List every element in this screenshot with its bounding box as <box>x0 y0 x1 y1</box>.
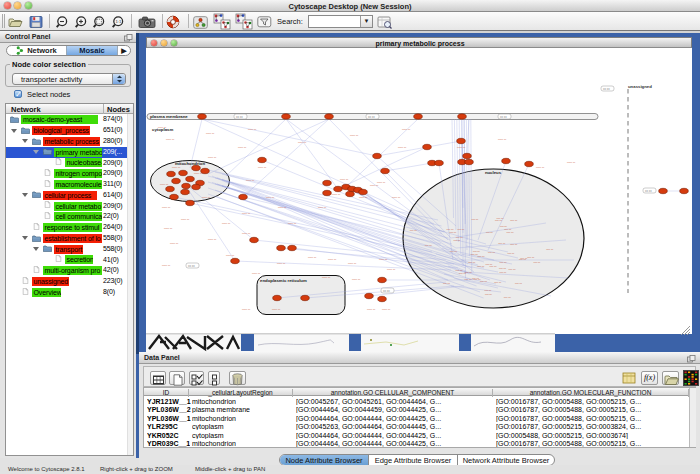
svg-text:xxxx xx: xxxx xx <box>398 146 407 149</box>
svg-text:xxxx xx: xxxx xx <box>340 178 349 181</box>
svg-text:xxxx xx: xxxx xx <box>166 138 175 141</box>
svg-text:xxx xx: xxx xx <box>485 293 493 296</box>
svg-text:xx xx: xx xx <box>603 86 610 90</box>
svg-text:xxxx xx: xxxx xx <box>322 276 331 279</box>
svg-text:xxx xx: xxx xx <box>488 250 496 253</box>
svg-text:xxx xx: xxx xx <box>456 235 464 238</box>
svg-text:xxxx xx: xxxx xx <box>164 227 173 230</box>
svg-text:xxx xx: xxx xx <box>450 250 458 253</box>
svg-text:xxx xx: xxx xx <box>456 269 464 272</box>
svg-text:xxx xx: xxx xx <box>478 255 486 258</box>
svg-text:xxx xx: xxx xx <box>515 282 523 285</box>
svg-text:xxxx xx: xxxx xx <box>370 184 379 187</box>
svg-text:xxx xx: xxx xx <box>410 228 418 231</box>
svg-text:xxxx xx: xxxx xx <box>170 242 179 245</box>
svg-text:xxxx xx: xxxx xx <box>242 212 251 215</box>
svg-text:xxxx xx: xxxx xx <box>258 166 267 169</box>
svg-text:xxxx xx: xxxx xx <box>181 218 190 221</box>
svg-text:xxx xx: xxx xx <box>473 250 481 253</box>
svg-text:xxxx xx: xxxx xx <box>242 308 251 311</box>
svg-text:xxxx xx: xxxx xx <box>298 141 307 144</box>
svg-text:xxx xx: xxx xx <box>453 238 461 241</box>
svg-text:xxxx xx: xxxx xx <box>308 256 317 259</box>
svg-text:xxxx xx: xxxx xx <box>252 272 261 275</box>
svg-text:xxx xx: xxx xx <box>477 264 485 267</box>
svg-text:xxxx xx: xxxx xx <box>379 258 388 261</box>
svg-text:xxxx xx: xxxx xx <box>352 278 361 281</box>
svg-text:xxx xx: xxx xx <box>484 289 492 292</box>
svg-text:xxxx xx: xxxx xx <box>162 264 171 267</box>
svg-text:xxxx xx: xxxx xx <box>222 222 231 225</box>
svg-text:xxx xx: xxx xx <box>494 280 502 283</box>
svg-text:xx xx: xx xx <box>368 114 375 118</box>
svg-text:xxxx xx: xxxx xx <box>160 183 169 186</box>
svg-text:xxx xx: xxx xx <box>510 219 518 222</box>
svg-text:xx xx: xx xx <box>645 188 652 192</box>
svg-text:xxxx xx: xxxx xx <box>382 308 391 311</box>
svg-text:xxx xx: xxx xx <box>498 241 506 244</box>
svg-text:xxx xx: xxx xx <box>507 251 515 254</box>
svg-text:xx xx: xx xx <box>383 288 390 292</box>
svg-text:xxxx xx: xxxx xx <box>288 222 297 225</box>
svg-text:xxxx xx: xxxx xx <box>226 254 235 257</box>
svg-text:xxx xx: xxx xx <box>457 227 465 230</box>
svg-text:xx xx: xx xx <box>236 114 243 118</box>
svg-text:xxxx xx: xxxx xx <box>202 196 211 199</box>
svg-text:xxx xx: xxx xx <box>509 268 517 271</box>
svg-text:xxxx xx: xxxx xx <box>457 146 466 149</box>
svg-text:xxxx xx: xxxx xx <box>392 196 401 199</box>
svg-text:xxxx xx: xxxx xx <box>402 128 411 131</box>
svg-text:xxx xx: xxx xx <box>546 248 554 251</box>
svg-text:xxxx xx: xxxx xx <box>348 262 357 265</box>
svg-text:xxx xx: xxx xx <box>486 230 494 233</box>
svg-text:xxxx xx: xxxx xx <box>498 138 507 141</box>
svg-text:xxxx xx: xxxx xx <box>238 146 247 149</box>
svg-text:xxx xx: xxx xx <box>504 296 512 299</box>
svg-text:xxx xx: xxx xx <box>468 261 476 264</box>
svg-text:xxxx xx: xxxx xx <box>367 308 376 311</box>
svg-text:xxx xx: xxx xx <box>497 217 505 220</box>
svg-text:endoplasmic reticulum: endoplasmic reticulum <box>260 277 307 282</box>
svg-text:1:1: 1:1 <box>115 19 121 24</box>
svg-text:xxxx xx: xxxx xx <box>318 206 327 209</box>
svg-text:xxx xx: xxx xx <box>533 261 541 264</box>
svg-text:xxxx xx: xxxx xx <box>208 238 217 241</box>
svg-text:xxx xx: xxx xx <box>465 277 473 280</box>
svg-text:xxx xx: xxx xx <box>500 261 508 264</box>
svg-text:xxxx xx: xxxx xx <box>328 258 337 261</box>
svg-text:xxxx xx: xxxx xx <box>272 308 281 311</box>
svg-text:xxxx xx: xxxx xx <box>206 132 215 135</box>
svg-text:xxx xx: xxx xx <box>425 243 433 246</box>
svg-text:xxxx xx: xxxx xx <box>158 126 167 129</box>
svg-text:xxx xx: xxx xx <box>485 262 493 265</box>
svg-text:xxxx xx: xxxx xx <box>248 128 257 131</box>
svg-text:xxxx xx: xxxx xx <box>277 262 286 265</box>
svg-text:xx xx: xx xx <box>500 114 507 118</box>
svg-text:xxxx xx: xxxx xx <box>350 134 359 137</box>
svg-text:xxx xx: xxx xx <box>520 257 528 260</box>
svg-text:xxxx xx: xxxx xx <box>332 193 341 196</box>
svg-text:xx xx: xx xx <box>188 263 195 267</box>
svg-text:xxxx xx: xxxx xx <box>266 196 275 199</box>
svg-text:xxxx xx: xxxx xx <box>172 166 181 169</box>
svg-text:xxx xx: xxx xx <box>499 270 507 273</box>
svg-text:xxxx xx: xxxx xx <box>359 196 368 199</box>
svg-text:plasma membrane: plasma membrane <box>150 114 188 119</box>
svg-text:xxx xx: xxx xx <box>471 217 479 220</box>
svg-text:xxxx xx: xxxx xx <box>208 156 217 159</box>
svg-text:xxx xx: xxx xx <box>447 228 455 231</box>
svg-text:xxxx xx: xxxx xx <box>278 206 287 209</box>
svg-text:xxxx xx: xxxx xx <box>377 181 386 184</box>
svg-text:xxx xx: xxx xx <box>474 278 482 281</box>
svg-text:xxx xx: xxx xx <box>527 255 535 258</box>
svg-text:xxx xx: xxx xx <box>500 225 508 228</box>
svg-text:xxxx xx: xxxx xx <box>246 179 255 182</box>
svg-text:xxx xx: xxx xx <box>507 230 515 233</box>
svg-text:xxxx xx: xxxx xx <box>536 166 545 169</box>
svg-text:xxxx xx: xxxx xx <box>162 206 171 209</box>
svg-text:xxx xx: xxx xx <box>443 281 451 284</box>
svg-text:xxx xx: xxx xx <box>480 280 488 283</box>
svg-text:unassigned: unassigned <box>628 83 652 88</box>
svg-text:nucleus: nucleus <box>485 170 502 175</box>
svg-text:xxx xx: xxx xx <box>510 242 518 245</box>
